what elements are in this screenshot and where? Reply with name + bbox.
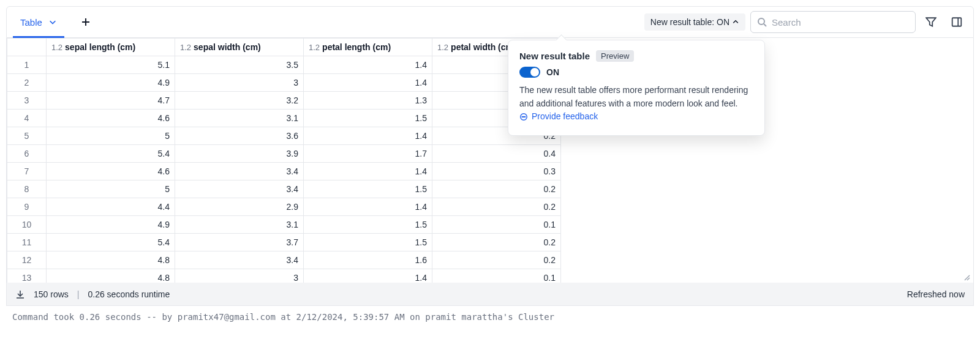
cell[interactable]: 5 <box>47 180 175 198</box>
cell[interactable]: 3.9 <box>175 145 304 163</box>
cell[interactable]: 3.7 <box>175 234 304 251</box>
svg-rect-5 <box>952 18 962 26</box>
row-index: 1 <box>7 56 47 74</box>
cell[interactable]: 3.1 <box>175 110 304 127</box>
tab-table[interactable]: Table <box>13 7 64 37</box>
cell[interactable]: 4.6 <box>47 163 175 180</box>
svg-line-3 <box>764 24 766 26</box>
row-index: 5 <box>7 127 47 145</box>
add-tab-button[interactable] <box>75 12 96 32</box>
row-index: 13 <box>7 269 47 283</box>
cell[interactable]: 1.4 <box>304 74 432 92</box>
cell[interactable]: 4.8 <box>47 269 175 283</box>
table-row[interactable]: 15.13.51.40.2 <box>7 56 561 74</box>
row-index: 4 <box>7 110 47 127</box>
cell[interactable]: 4.9 <box>47 74 175 92</box>
table-row[interactable]: 44.63.11.50.2 <box>7 110 561 127</box>
cell[interactable]: 0.2 <box>432 234 561 251</box>
cell[interactable]: 4.7 <box>47 92 175 110</box>
cell[interactable]: 0.2 <box>432 180 561 198</box>
cell[interactable]: 2.9 <box>175 198 304 216</box>
column-header[interactable]: 1.2sepal width (cm) <box>175 39 304 56</box>
filter-button[interactable] <box>921 12 941 32</box>
table-row[interactable]: 124.83.41.60.2 <box>7 251 561 269</box>
cell[interactable]: 3.2 <box>175 92 304 110</box>
popover-description: The new result table offers more perform… <box>519 84 753 125</box>
row-index: 10 <box>7 216 47 234</box>
cell[interactable]: 1.4 <box>304 56 432 74</box>
result-table-container: 1.2sepal length (cm) 1.2sepal width (cm)… <box>6 38 974 283</box>
row-count: 150 rows <box>34 289 69 299</box>
runtime: 0.26 seconds runtime <box>88 289 170 299</box>
svg-line-12 <box>967 278 970 280</box>
svg-point-10 <box>525 117 526 117</box>
refreshed-label: Refreshed now <box>907 289 965 299</box>
table-row[interactable]: 65.43.91.70.4 <box>7 145 561 163</box>
table-row[interactable]: 134.831.40.1 <box>7 269 561 283</box>
result-table[interactable]: 1.2sepal length (cm) 1.2sepal width (cm)… <box>7 38 561 283</box>
cell[interactable]: 0.2 <box>432 251 561 269</box>
row-index: 9 <box>7 198 47 216</box>
cell[interactable]: 4.8 <box>47 251 175 269</box>
table-row[interactable]: 94.42.91.40.2 <box>7 198 561 216</box>
table-row[interactable]: 24.931.40.2 <box>7 74 561 92</box>
cell[interactable]: 4.4 <box>47 198 175 216</box>
cell[interactable]: 1.4 <box>304 198 432 216</box>
cell[interactable]: 0.2 <box>432 198 561 216</box>
cell[interactable]: 4.6 <box>47 110 175 127</box>
cell[interactable]: 5 <box>47 127 175 145</box>
row-index: 11 <box>7 234 47 251</box>
new-result-table-toggle-trigger[interactable]: New result table: ON <box>644 13 745 31</box>
new-result-table-toggle[interactable] <box>519 67 540 78</box>
preview-badge: Preview <box>596 50 634 62</box>
chevron-down-icon <box>48 18 57 26</box>
feedback-link-label: Provide feedback <box>532 110 598 124</box>
side-panel-button[interactable] <box>946 12 967 32</box>
cell[interactable]: 3.6 <box>175 127 304 145</box>
table-row[interactable]: 104.93.11.50.1 <box>7 216 561 234</box>
cell[interactable]: 1.5 <box>304 180 432 198</box>
svg-point-9 <box>523 117 524 117</box>
cell[interactable]: 0.3 <box>432 163 561 180</box>
cell[interactable]: 3.4 <box>175 251 304 269</box>
cell[interactable]: 3.4 <box>175 180 304 198</box>
cell[interactable]: 0.1 <box>432 216 561 234</box>
command-log: Command took 0.26 seconds -- by pramitx4… <box>0 306 980 322</box>
cell[interactable]: 5.4 <box>47 145 175 163</box>
table-row[interactable]: 853.41.50.2 <box>7 180 561 198</box>
cell[interactable]: 1.7 <box>304 145 432 163</box>
cell[interactable]: 1.5 <box>304 216 432 234</box>
table-row[interactable]: 115.43.71.50.2 <box>7 234 561 251</box>
cell[interactable]: 4.9 <box>47 216 175 234</box>
cell[interactable]: 1.5 <box>304 110 432 127</box>
table-row[interactable]: 74.63.41.40.3 <box>7 163 561 180</box>
search-box[interactable] <box>750 11 916 33</box>
column-header[interactable]: 1.2petal length (cm) <box>304 39 432 56</box>
download-button[interactable] <box>15 289 25 299</box>
cell[interactable]: 1.3 <box>304 92 432 110</box>
cell[interactable]: 5.4 <box>47 234 175 251</box>
table-row[interactable]: 34.73.21.30.2 <box>7 92 561 110</box>
cell[interactable]: 3.5 <box>175 56 304 74</box>
cell[interactable]: 0.1 <box>432 269 561 283</box>
row-index-header[interactable] <box>7 39 47 56</box>
cell[interactable]: 3.4 <box>175 163 304 180</box>
column-header[interactable]: 1.2sepal length (cm) <box>47 39 175 56</box>
table-row[interactable]: 553.61.40.2 <box>7 127 561 145</box>
resize-handle-icon[interactable] <box>963 274 971 281</box>
toggle-state-label: ON <box>546 67 559 77</box>
cell[interactable]: 1.6 <box>304 251 432 269</box>
cell[interactable]: 0.4 <box>432 145 561 163</box>
cell[interactable]: 1.4 <box>304 163 432 180</box>
provide-feedback-link[interactable]: Provide feedback <box>519 110 598 124</box>
cell[interactable]: 3.1 <box>175 216 304 234</box>
cell[interactable]: 5.1 <box>47 56 175 74</box>
cell[interactable]: 1.4 <box>304 269 432 283</box>
cell[interactable]: 1.5 <box>304 234 432 251</box>
svg-point-8 <box>522 117 522 117</box>
search-input[interactable] <box>772 17 909 28</box>
cell[interactable]: 3 <box>175 269 304 283</box>
cell[interactable]: 3 <box>175 74 304 92</box>
popover-title: New result table <box>519 51 590 61</box>
cell[interactable]: 1.4 <box>304 127 432 145</box>
